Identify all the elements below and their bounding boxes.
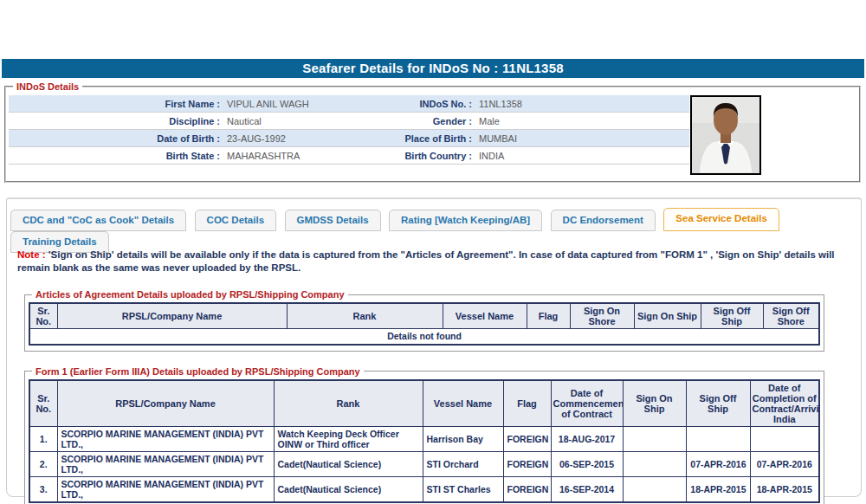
tab-rating-watch-keeping[interactable]: Rating [Watch Keeping/AB] [389, 210, 542, 231]
articles-of-agreement-fieldset: Articles of Agreement Details uploaded b… [24, 289, 824, 352]
birth-country-label: Birth Country : [390, 147, 472, 164]
col-sign-on-ship: Sign On Ship [623, 380, 686, 427]
form1-legend: Form 1 (Earlier Form IIIA) Details uploa… [32, 366, 364, 377]
col-rank: Rank [287, 303, 443, 329]
indos-no-label: INDoS No. : [390, 95, 472, 112]
cell-sign-off-ship [686, 426, 750, 451]
col-sign-off-ship: Sign Off Ship [701, 303, 763, 329]
birth-state-value: MAHARASHTRA [220, 147, 390, 164]
cell-sr-no: 2. [29, 451, 57, 476]
first-name-label: First Name : [9, 95, 220, 112]
articles-header-row: Sr. No. RPSL/Company Name Rank Vessel Na… [29, 303, 819, 329]
seafarer-photo [690, 95, 761, 175]
cell-sign-off-ship: 18-APR-2015 [686, 476, 750, 502]
form1-header-row: Sr. No. RPSL/Company Name Rank Vessel Na… [29, 380, 819, 427]
table-row: 3. SCORPIO MARINE MANAGEMENT (INDIA) PVT… [29, 476, 819, 502]
cell-commencement: 18-AUG-2017 [551, 426, 623, 451]
articles-table: Sr. No. RPSL/Company Name Rank Vessel Na… [29, 302, 820, 346]
indos-details-legend: INDoS Details [13, 81, 82, 92]
details-not-found-message: Details not found [29, 329, 819, 345]
field-row-discipline: Discipline : Nautical Gender : Male [9, 113, 689, 130]
table-row: 2. SCORPIO MARINE MANAGEMENT (INDIA) PVT… [29, 451, 819, 476]
cell-sign-off-ship: 07-APR-2016 [686, 451, 750, 476]
place-of-birth-value: MUMBAI [472, 130, 689, 146]
discipline-value: Nautical [220, 113, 390, 129]
col-vessel: Vessel Name [443, 303, 527, 329]
cell-company: SCORPIO MARINE MANAGEMENT (INDIA) PVT LT… [57, 426, 274, 451]
indos-no-value: 11NL1358 [472, 95, 689, 112]
col-sr-no: Sr. No. [29, 380, 57, 427]
cell-flag: FOREIGN [503, 476, 551, 502]
col-completion-date: Date of Completion of Contract/Arriving … [750, 380, 819, 427]
col-sign-on-shore: Sign On Shore [570, 303, 634, 329]
note-body: 'Sign on Ship' details will be available… [17, 249, 835, 273]
tab-dc-endorsement[interactable]: DC Endorsement [551, 210, 656, 231]
cell-flag: FOREIGN [503, 426, 551, 451]
cell-rank: Cadet(Nautical Science) [274, 451, 423, 476]
col-sign-off-ship: Sign Off Ship [686, 380, 750, 427]
cell-vessel: STI Orchard [423, 451, 503, 476]
cell-vessel: STI ST Charles [423, 476, 503, 502]
col-company: RPSL/Company Name [57, 303, 287, 329]
cell-sign-on-ship [623, 451, 686, 476]
col-flag: Flag [503, 380, 551, 427]
tab-gmdss-details[interactable]: GMDSS Details [285, 210, 381, 231]
note-text: Note : 'Sign on Ship' details will be av… [17, 249, 852, 275]
gender-label: Gender : [390, 113, 472, 129]
field-row-first-name: First Name : VIPUL ANIL WAGH INDoS No. :… [9, 95, 689, 113]
tab-sea-service-details[interactable]: Sea Service Details [663, 208, 779, 231]
portrait-graphic [692, 97, 759, 173]
birth-country-value: INDIA [472, 147, 689, 164]
cell-sign-on-ship [623, 426, 686, 451]
col-sr-no: Sr. No. [29, 303, 57, 329]
tab-panel: CDC and "CoC as Cook" Details COC Detail… [6, 197, 862, 497]
col-rank: Rank [274, 380, 423, 427]
form1-table: Sr. No. RPSL/Company Name Rank Vessel Na… [29, 379, 820, 503]
col-sign-off-shore: Sign Off Shore [763, 303, 819, 329]
col-company: RPSL/Company Name [57, 380, 274, 427]
articles-legend: Articles of Agreement Details uploaded b… [32, 289, 348, 300]
first-name-value: VIPUL ANIL WAGH [220, 95, 390, 112]
birth-state-label: Birth State : [9, 147, 220, 164]
cell-completion: 18-APR-2015 [750, 476, 819, 502]
cell-sign-on-ship [623, 476, 686, 502]
dob-value: 23-AUG-1992 [220, 130, 390, 146]
cell-completion: 07-APR-2016 [750, 451, 819, 476]
articles-empty-row: Details not found [29, 329, 819, 345]
note-prefix: Note : [17, 249, 46, 260]
cell-completion [750, 426, 819, 451]
tab-cdc-coc-as-cook[interactable]: CDC and "CoC as Cook" Details [10, 210, 186, 231]
indos-fields: First Name : VIPUL ANIL WAGH INDoS No. :… [9, 95, 689, 165]
col-commencement-date: Date of Commencement of Contract [551, 380, 623, 427]
field-row-dob: Date of Birth : 23-AUG-1992 Place of Bir… [9, 130, 689, 147]
place-of-birth-label: Place of Birth : [390, 130, 472, 146]
page-title: Seafarer Details for INDoS No : 11NL1358 [2, 59, 864, 78]
discipline-label: Discipline : [9, 113, 220, 129]
tab-strip: CDC and "CoC as Cook" Details COC Detail… [7, 199, 861, 231]
field-row-birth-state: Birth State : MAHARASHTRA Birth Country … [9, 147, 689, 165]
dob-label: Date of Birth : [9, 130, 220, 146]
col-vessel: Vessel Name [423, 380, 503, 427]
cell-company: SCORPIO MARINE MANAGEMENT (INDIA) PVT LT… [57, 451, 274, 476]
col-sign-on-ship: Sign On Ship [634, 303, 701, 329]
seafarer-details-page: Seafarer Details for INDoS No : 11NL1358… [0, 0, 866, 504]
cell-flag: FOREIGN [503, 451, 551, 476]
cell-rank: Watch Keeping Deck Officer OINW or Third… [274, 426, 423, 451]
form1-details-fieldset: Form 1 (Earlier Form IIIA) Details uploa… [24, 366, 824, 504]
cell-sr-no: 1. [29, 426, 57, 451]
cell-commencement: 16-SEP-2014 [551, 476, 623, 502]
cell-vessel: Harrison Bay [423, 426, 503, 451]
cell-sr-no: 3. [29, 476, 57, 502]
col-flag: Flag [527, 303, 570, 329]
cell-company: SCORPIO MARINE MANAGEMENT (INDIA) PVT LT… [57, 476, 274, 502]
table-row: 1. SCORPIO MARINE MANAGEMENT (INDIA) PVT… [29, 426, 819, 451]
cell-commencement: 06-SEP-2015 [551, 451, 623, 476]
gender-value: Male [472, 113, 689, 129]
tab-coc-details[interactable]: COC Details [195, 210, 276, 231]
cell-rank: Cadet(Nautical Science) [274, 476, 423, 502]
